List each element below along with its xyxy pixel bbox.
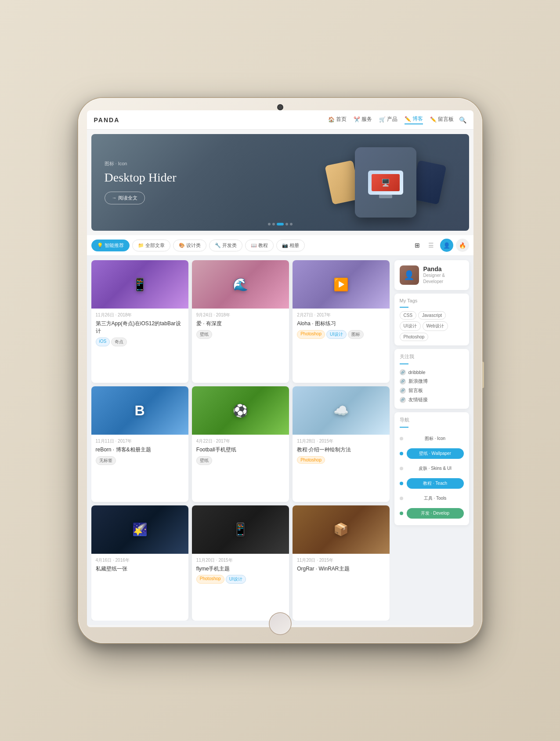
profile-info: Panda Designer &Developer <box>423 265 445 285</box>
tag-photoshop-8[interactable]: Photoshop <box>196 575 224 584</box>
article-thumb-icon-5: ⚽ <box>233 403 248 418</box>
nav-item-wallpaper[interactable]: 壁纸 · Wallpaper <box>400 446 464 461</box>
nav-btn-teach[interactable]: 教程 · Teach <box>407 478 464 489</box>
nav-item-skin[interactable]: 皮肤 · Skins & UI <box>400 461 464 476</box>
nav-item-develop[interactable]: 开发 · Develop <box>400 506 464 521</box>
tag-ios[interactable]: iOS <box>96 338 110 346</box>
follow-dribbble[interactable]: 🔗 dribbble <box>400 368 464 377</box>
follow-weibo-label: 新浪微博 <box>408 378 428 385</box>
article-title-7: 私藏壁纸一张 <box>96 565 184 573</box>
tag-notag[interactable]: 无标签 <box>96 456 116 465</box>
tag-ui-8[interactable]: UI设计 <box>226 575 246 584</box>
sidebar-tag-javascript[interactable]: Javascript <box>418 311 446 320</box>
filter-btn-design[interactable]: 🎨 设计类 <box>173 240 206 251</box>
cart-icon: 🛒 <box>379 116 386 123</box>
timeline-dot-icon <box>400 437 403 440</box>
article-tags-6: Photoshop <box>297 456 385 464</box>
article-card-1[interactable]: 📱 11月26日 · 2018年 第三方App(奇点)在iOS12的tabBar… <box>91 260 188 383</box>
follow-guestbook[interactable]: 🔗 留言板 <box>400 386 464 395</box>
hero-dot-4[interactable] <box>285 223 288 225</box>
nav-btn-skin[interactable]: 皮肤 · Skins & UI <box>407 463 464 474</box>
sidebar-tag-photoshop[interactable]: Photoshop <box>400 333 429 341</box>
hero-dot-3[interactable] <box>277 223 284 225</box>
tag-photoshop-3[interactable]: Photoshop <box>297 330 325 339</box>
fire-icon-button[interactable]: 🔥 <box>456 239 469 252</box>
tag-wallpaper-2[interactable]: 壁纸 <box>196 330 212 339</box>
monitor-screen: 🖥️ <box>368 171 403 195</box>
article-card-5[interactable]: ⚽ 4月22日 · 2017年 Football手机壁纸 壁纸 <box>192 386 289 501</box>
nav-item-guestbook[interactable]: ✏️ 留言板 <box>430 116 454 124</box>
sidebar-tag-ui[interactable]: UI设计 <box>400 321 421 331</box>
nav-item-home[interactable]: 🏠 首页 <box>328 116 347 124</box>
ipad-home-button[interactable] <box>269 612 292 635</box>
nav-btn-develop[interactable]: 开发 · Develop <box>407 508 464 519</box>
grid-view-button[interactable]: ⊞ <box>411 239 423 251</box>
sidebar-tag-css[interactable]: CSS <box>400 311 417 320</box>
tag-photoshop-6[interactable]: Photoshop <box>297 456 325 464</box>
article-title-8: flyme手机主题 <box>196 565 285 573</box>
hero-dot-2[interactable] <box>272 223 275 225</box>
article-thumb-9: 📦 <box>293 505 390 554</box>
article-thumb-icon-3: ▶️ <box>333 277 349 292</box>
article-card-4[interactable]: B 11月11日 · 2017年 reBorn · 博客&相册主题 无标签 <box>91 386 188 501</box>
follow-section: 关注我 🔗 dribbble 🔗 新浪微博 🔗 留言板 <box>394 349 469 409</box>
article-date-1: 11月26日 · 2018年 <box>96 312 184 318</box>
nav-btn-icon[interactable]: 图标 · Icon <box>407 433 464 444</box>
ipad-camera <box>278 105 282 109</box>
nav-item-product[interactable]: 🛒 产品 <box>379 116 397 124</box>
section-divider-tags <box>400 307 408 308</box>
article-thumb-1: 📱 <box>91 260 188 309</box>
article-thumb-3: ▶️ <box>293 260 390 309</box>
follow-guestbook-label: 留言板 <box>408 387 423 394</box>
tag-ui-3[interactable]: UI设计 <box>326 330 347 339</box>
article-card-9[interactable]: 📦 11月20日 · 2015年 OrgRar · WinRAR主题 <box>293 505 390 621</box>
tag-icon-3[interactable]: 图标 <box>348 330 364 339</box>
hero-dot-1[interactable] <box>268 223 271 225</box>
hero-dots <box>268 223 293 225</box>
article-title-9: OrgRar · WinRAR主题 <box>297 565 385 573</box>
filter-btn-gallery[interactable]: 📷 相册 <box>276 240 305 251</box>
hero-dot-5[interactable] <box>290 223 293 225</box>
article-thumb-6: ☁️ <box>293 386 390 435</box>
weibo-icon: 🔗 <box>400 378 406 385</box>
nav-item-service[interactable]: ✂️ 服务 <box>354 116 372 124</box>
filter-btn-all[interactable]: 📁 全部文章 <box>132 240 170 251</box>
article-card-3[interactable]: ▶️ 2月27日 · 2017年 Aloha · 图标练习 Photoshop … <box>293 260 390 383</box>
follow-friendlinks[interactable]: 🔗 友情链接 <box>400 395 464 404</box>
search-button[interactable]: 🔍 <box>459 116 466 123</box>
profile-card: 👤 Panda Designer &Developer <box>394 260 469 290</box>
article-card-6[interactable]: ☁️ 11月28日 · 2015年 教程·介绍一种绘制方法 Photoshop <box>293 386 390 501</box>
sidebar-tag-web[interactable]: Web设计 <box>423 321 448 331</box>
nav-item-tools[interactable]: 工具 · Tools <box>400 491 464 506</box>
nav-item-icon[interactable]: 图标 · Icon <box>400 431 464 446</box>
article-title-6: 教程·介绍一种绘制方法 <box>297 446 385 454</box>
blog-icon: ✏️ <box>405 116 411 122</box>
timeline-dot-develop <box>400 512 403 515</box>
nav-item-blog[interactable]: ✏️ 博客 <box>405 115 423 124</box>
follow-weibo[interactable]: 🔗 新浪微博 <box>400 377 464 386</box>
article-card-7[interactable]: 🌠 4月16日 · 2016年 私藏壁纸一张 <box>91 505 188 621</box>
hero-title: Desktop Hider <box>105 171 177 185</box>
tag-qidian[interactable]: 奇点 <box>111 338 127 346</box>
profile-name: Panda <box>423 265 445 272</box>
guestbook-icon: ✏️ <box>430 116 437 123</box>
hero-banner: 图标 · Icon Desktop Hider → 阅读全文 🖥️ <box>91 134 469 231</box>
article-thumb-8: 📱 <box>192 505 289 554</box>
article-card-2[interactable]: 🌊 9月24日 · 2018年 爱 · 有深度 壁纸 <box>192 260 289 383</box>
main-content: 📱 11月26日 · 2018年 第三方App(奇点)在iOS12的tabBar… <box>87 256 473 625</box>
filter-btn-tutorial[interactable]: 📖 教程 <box>245 240 274 251</box>
article-tags-5: 壁纸 <box>196 456 285 465</box>
nav-btn-tools[interactable]: 工具 · Tools <box>407 493 464 504</box>
tag-wallpaper-5[interactable]: 壁纸 <box>196 456 212 465</box>
filter-btn-recommended[interactable]: 💡 智能推荐 <box>91 240 130 251</box>
hero-read-more-button[interactable]: → 阅读全文 <box>105 192 145 204</box>
filter-btn-dev[interactable]: 🔧 开发类 <box>209 240 242 251</box>
article-card-8[interactable]: 📱 11月20日 · 2015年 flyme手机主题 Photoshop UI设… <box>192 505 289 621</box>
nav-btn-wallpaper[interactable]: 壁纸 · Wallpaper <box>407 448 464 459</box>
timeline-dot-teach <box>400 482 403 485</box>
guestbook-link-icon: 🔗 <box>400 388 406 394</box>
nav-item-teach[interactable]: 教程 · Teach <box>400 476 464 491</box>
hero-images: 🖥️ <box>329 147 443 218</box>
list-view-button[interactable]: ☰ <box>425 239 437 251</box>
profile-icon-button[interactable]: 👤 <box>440 239 453 252</box>
